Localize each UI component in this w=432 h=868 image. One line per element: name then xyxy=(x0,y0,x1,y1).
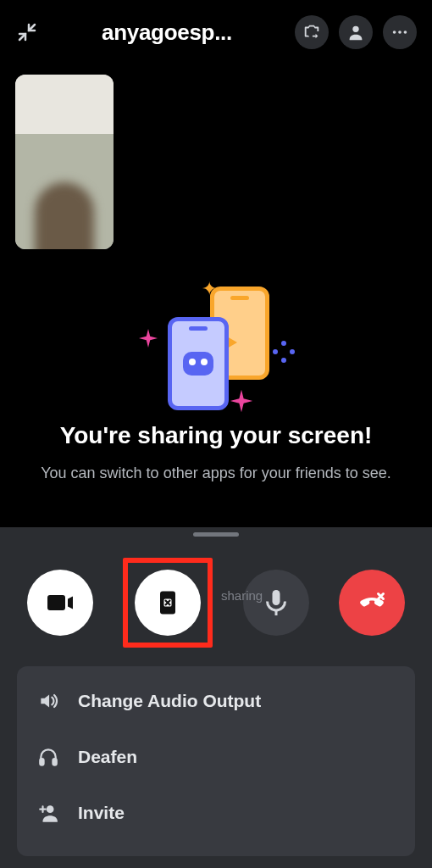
svg-point-2 xyxy=(398,31,402,34)
stop-screen-share-button[interactable] xyxy=(135,570,201,636)
collapse-icon xyxy=(17,22,37,42)
discord-face-icon xyxy=(183,352,213,376)
more-icon xyxy=(390,23,409,42)
menu-item-deafen[interactable]: Deafen xyxy=(17,729,415,785)
swap-camera-button[interactable] xyxy=(295,15,329,49)
more-button[interactable] xyxy=(383,15,417,49)
svg-point-0 xyxy=(352,26,358,32)
headphones-icon xyxy=(36,746,61,768)
call-title: anyagoesp... xyxy=(49,19,285,46)
toggle-video-button[interactable] xyxy=(27,570,93,636)
menu-item-label: Invite xyxy=(78,803,125,823)
phone-front-icon xyxy=(168,317,229,410)
swap-camera-icon xyxy=(302,23,321,42)
thumbnail-bg xyxy=(15,75,114,134)
sparkle-icon xyxy=(273,341,295,363)
toggle-mic-button[interactable] xyxy=(243,570,309,636)
svg-rect-6 xyxy=(40,759,43,765)
call-topbar: anyagoesp... xyxy=(0,0,432,61)
menu-item-invite[interactable]: Invite xyxy=(17,785,415,841)
microphone-icon xyxy=(261,587,291,618)
call-controls: sharing xyxy=(12,542,420,666)
sparkle-icon xyxy=(139,329,158,348)
hangup-icon xyxy=(357,587,387,618)
svg-rect-7 xyxy=(53,759,56,765)
menu-item-label: Deafen xyxy=(78,747,137,767)
sparkle-icon xyxy=(230,390,252,412)
tutorial-highlight xyxy=(123,558,213,648)
menu-item-audio-output[interactable]: Change Audio Output xyxy=(17,673,415,729)
menu-item-label: Change Audio Output xyxy=(78,691,261,711)
hangup-button[interactable] xyxy=(339,570,405,636)
video-icon xyxy=(45,587,75,618)
svg-point-3 xyxy=(404,31,407,34)
collapse-button[interactable] xyxy=(15,20,39,44)
stop-screen-share-icon xyxy=(152,587,183,618)
screen-share-title: You're sharing your screen! xyxy=(30,420,402,450)
screen-share-subtitle: You can switch to other apps for your fr… xyxy=(30,462,402,484)
self-video-thumbnail[interactable] xyxy=(15,75,114,249)
svg-point-8 xyxy=(47,805,54,813)
screen-share-message: You're sharing your screen! You can swit… xyxy=(0,420,432,484)
call-bottom-sheet: sharing Change Audio Output Deafen xyxy=(0,527,432,868)
screen-share-illustration: ✦ xyxy=(136,281,296,417)
members-button[interactable] xyxy=(339,15,373,49)
call-options-menu: Change Audio Output Deafen Invite xyxy=(17,666,415,856)
speaker-icon xyxy=(36,690,61,712)
svg-point-1 xyxy=(393,31,396,34)
person-icon xyxy=(346,23,365,42)
thumbnail-bg xyxy=(15,134,114,249)
sheet-drag-handle[interactable] xyxy=(193,532,239,537)
invite-icon xyxy=(36,802,61,824)
